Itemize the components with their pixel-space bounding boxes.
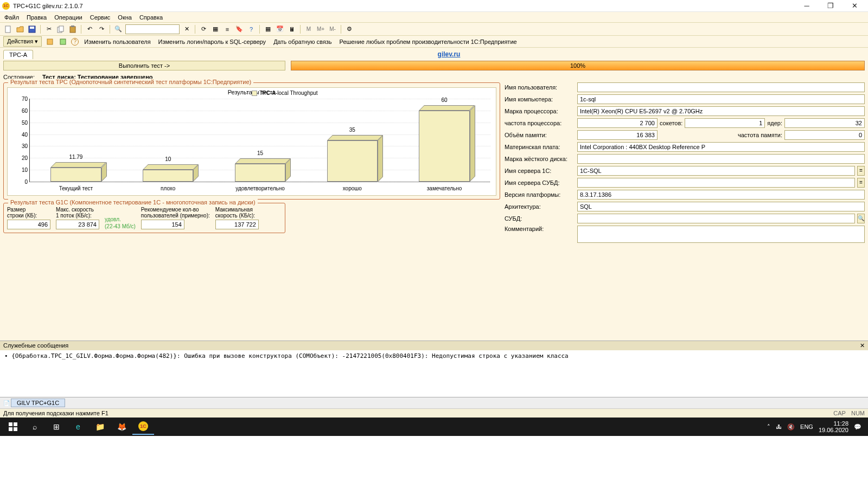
progress-bar: 100% xyxy=(291,61,865,70)
new-icon[interactable] xyxy=(3,24,13,34)
srv1c-eq-button[interactable]: = xyxy=(857,166,865,176)
m-icon[interactable]: M xyxy=(304,24,314,34)
ie-icon[interactable]: e xyxy=(67,419,89,435)
ytick: 20 xyxy=(14,155,28,161)
chart-bar xyxy=(235,164,285,182)
dbms-label: СУБД: xyxy=(505,215,575,222)
g1c-maxtotal-label: Максимальная скорость (КБ/с): xyxy=(215,207,259,219)
refresh-icon[interactable]: ⟳ xyxy=(199,24,208,34)
service-body[interactable]: • {Обработка.TPC_1C_GILV.Форма.Форма.Фор… xyxy=(0,350,868,397)
search-input[interactable] xyxy=(125,24,180,34)
window-tab-gilv[interactable]: GILV TPC+G1C xyxy=(11,399,65,407)
table-icon[interactable]: ▦ xyxy=(263,24,273,34)
taskview-icon[interactable]: ⊞ xyxy=(46,419,67,435)
tray-lang[interactable]: ENG xyxy=(800,423,813,430)
redo-icon[interactable]: ↷ xyxy=(97,24,106,34)
maximize-button[interactable]: ❐ xyxy=(824,1,838,11)
cores-input[interactable] xyxy=(784,118,865,128)
cpufreq-input[interactable] xyxy=(577,118,658,128)
service-close-icon[interactable]: ✕ xyxy=(860,342,865,349)
link-feedback[interactable]: Дать обратную связь xyxy=(271,38,334,45)
g1c-recusers-label: Рекомендуемое кол-во пользователей (прим… xyxy=(141,207,210,219)
m-plus-icon[interactable]: M+ xyxy=(316,24,326,34)
tb2-icon1[interactable] xyxy=(45,37,55,47)
menu-service[interactable]: Сервис xyxy=(90,14,111,21)
main-toolbar: ✂ ↶ ↷ 🔍 ✕ ⟳ ▦ ≡ 🔖 ? ▦ 📅 🖩 M M+ M- ⚙ xyxy=(0,23,868,36)
host-input[interactable] xyxy=(577,94,865,104)
list-icon[interactable]: ≡ xyxy=(222,24,232,34)
help-icon[interactable]: ? xyxy=(246,24,256,34)
srv1c-label: Имя сервера 1С: xyxy=(505,168,575,174)
open-icon[interactable] xyxy=(15,24,25,34)
cpubrand-input[interactable] xyxy=(577,106,865,116)
gilev-link[interactable]: gilev.ru xyxy=(33,50,865,58)
host-label: Имя компьютера: xyxy=(505,96,575,102)
bookmark-icon[interactable]: 🔖 xyxy=(234,24,244,34)
srvdb-input[interactable] xyxy=(577,178,855,188)
comment-input[interactable] xyxy=(577,226,865,243)
mb-input[interactable] xyxy=(577,142,865,152)
tb2-help-icon[interactable]: ? xyxy=(71,38,79,46)
srvdb-eq-button[interactable]: = xyxy=(857,178,865,188)
g1c-recusers-value[interactable] xyxy=(141,220,184,229)
tray-notifications-icon[interactable]: 💬 xyxy=(854,423,861,431)
save-icon[interactable] xyxy=(27,24,37,34)
grid-icon[interactable]: ▦ xyxy=(210,24,220,34)
tab-tpc-a[interactable]: TPC-A xyxy=(3,50,33,59)
link-change-sql[interactable]: Изменить логин/пароль к SQL-серверу xyxy=(156,38,269,45)
calc-icon[interactable]: 🖩 xyxy=(287,24,297,34)
dbms-input[interactable] xyxy=(577,214,855,223)
menu-operations[interactable]: Операции xyxy=(54,14,82,21)
g1c-rowsize-value[interactable] xyxy=(7,220,50,229)
tray-clock[interactable]: 11:28 19.06.2020 xyxy=(819,420,848,433)
link-performance[interactable]: Решение любых проблем производительности… xyxy=(337,38,519,45)
user-label: Имя пользователя: xyxy=(505,84,575,91)
ram-input[interactable] xyxy=(577,130,658,140)
svg-rect-5 xyxy=(70,27,75,33)
search-icon[interactable]: ⌕ xyxy=(24,419,46,435)
menu-windows[interactable]: Окна xyxy=(118,14,132,21)
find-icon[interactable]: 🔍 xyxy=(113,24,123,34)
windows-taskbar: ⌕ ⊞ e 📁 🦊 1C ˄ 🖧 🔇 ENG 11:28 19.06.2020 … xyxy=(0,418,868,436)
close-button[interactable]: ✕ xyxy=(847,1,861,11)
tray-up-icon[interactable]: ˄ xyxy=(767,423,770,431)
calendar-icon[interactable]: 📅 xyxy=(275,24,285,34)
1c-icon[interactable]: 1C xyxy=(132,419,154,435)
arch-label: Архитектура: xyxy=(505,203,575,210)
tray-network-icon[interactable]: 🖧 xyxy=(776,423,782,430)
tray-sound-icon[interactable]: 🔇 xyxy=(787,423,795,431)
paste-icon[interactable] xyxy=(68,24,78,34)
svg-rect-9 xyxy=(9,422,12,426)
tb2-icon2[interactable] xyxy=(58,37,68,47)
copy-icon[interactable] xyxy=(56,24,66,34)
start-button[interactable] xyxy=(2,419,24,435)
cut-icon[interactable]: ✂ xyxy=(44,24,54,34)
menu-file[interactable]: Файл xyxy=(4,14,19,21)
hdd-input[interactable] xyxy=(577,154,865,164)
platver-input[interactable] xyxy=(577,190,865,200)
srv1c-input[interactable] xyxy=(577,166,855,176)
link-change-user[interactable]: Изменить пользователя xyxy=(82,38,152,45)
ramfreq-input[interactable] xyxy=(784,130,865,140)
explorer-icon[interactable]: 📁 xyxy=(89,419,111,435)
g1c-maxspeed-value[interactable] xyxy=(56,220,99,229)
arch-input[interactable] xyxy=(577,202,865,211)
menu-edit[interactable]: Правка xyxy=(27,14,47,21)
minimize-button[interactable]: ─ xyxy=(800,1,814,11)
m-minus-icon[interactable]: M- xyxy=(328,24,337,34)
undo-icon[interactable]: ↶ xyxy=(85,24,94,34)
menubar: Файл Правка Операции Сервис Окна Справка xyxy=(0,12,868,23)
sockets-input[interactable] xyxy=(685,118,765,128)
g1c-maxtotal-value[interactable] xyxy=(215,220,259,229)
run-test-button[interactable]: Выполнить тест -> xyxy=(3,61,285,70)
firefox-icon[interactable]: 🦊 xyxy=(111,419,132,435)
dbms-search-button[interactable]: 🔍 xyxy=(857,214,865,223)
settings-icon[interactable]: ⚙ xyxy=(344,24,354,34)
ytick: 60 xyxy=(14,107,28,113)
bar-value-label: 35 xyxy=(349,127,355,133)
actions-dropdown[interactable]: Действия ▾ xyxy=(3,36,42,47)
user-input[interactable] xyxy=(577,82,865,92)
menu-help[interactable]: Справка xyxy=(139,14,163,21)
ram-label: Объём памяти: xyxy=(505,132,575,138)
clear-search-icon[interactable]: ✕ xyxy=(182,24,192,34)
